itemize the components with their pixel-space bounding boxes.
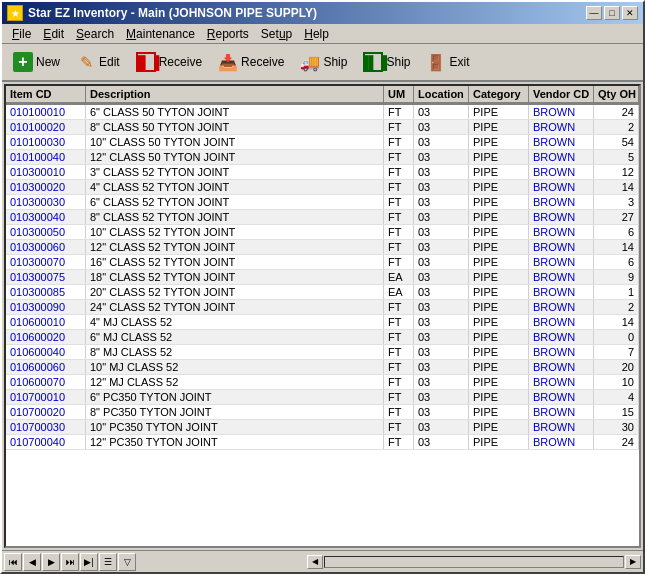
cell-item-cd: 010100020 (6, 120, 86, 134)
maximize-button[interactable]: □ (604, 6, 620, 20)
cell-vendor-cd: BROWN (529, 300, 594, 314)
minimize-button[interactable]: — (586, 6, 602, 20)
table-row[interactable]: 010300090 24" CLASS 52 TYTON JOINT FT 03… (6, 300, 639, 315)
edit-icon: ✎ (76, 52, 96, 72)
cell-item-cd: 010600040 (6, 345, 86, 359)
cell-qty-oh: 5 (594, 150, 639, 164)
cell-item-cd: 010600020 (6, 330, 86, 344)
nav-play-button[interactable]: ▶| (80, 553, 98, 571)
menu-help[interactable]: Help (298, 26, 335, 42)
table-row[interactable]: 010600070 12" MJ CLASS 52 FT 03 PIPE BRO… (6, 375, 639, 390)
cell-category: PIPE (469, 120, 529, 134)
cell-category: PIPE (469, 225, 529, 239)
table-row[interactable]: 010300085 20" CLASS 52 TYTON JOINT EA 03… (6, 285, 639, 300)
col-header-category[interactable]: Category (469, 86, 529, 104)
table-row[interactable]: 010300075 18" CLASS 52 TYTON JOINT EA 03… (6, 270, 639, 285)
cell-item-cd: 010700030 (6, 420, 86, 434)
title-bar-left: ★ Star EZ Inventory - Main (JOHNSON PIPE… (7, 5, 317, 21)
nav-first-button[interactable]: ⏮ (4, 553, 22, 571)
table-row[interactable]: 010700010 6" PC350 TYTON JOINT FT 03 PIP… (6, 390, 639, 405)
table-row[interactable]: 010100030 10" CLASS 50 TYTON JOINT FT 03… (6, 135, 639, 150)
cell-qty-oh: 24 (594, 435, 639, 449)
cell-qty-oh: 0 (594, 330, 639, 344)
menu-edit[interactable]: Edit (37, 26, 70, 42)
receive-text-icon: 📥 (218, 52, 238, 72)
menu-reports[interactable]: Reports (201, 26, 255, 42)
cell-vendor-cd: BROWN (529, 240, 594, 254)
cell-location: 03 (414, 210, 469, 224)
cell-category: PIPE (469, 390, 529, 404)
cell-category: PIPE (469, 375, 529, 389)
menu-setup[interactable]: Setup (255, 26, 298, 42)
table-row[interactable]: 010300020 4" CLASS 52 TYTON JOINT FT 03 … (6, 180, 639, 195)
table-row[interactable]: 010300070 16" CLASS 52 TYTON JOINT FT 03… (6, 255, 639, 270)
nav-last-button[interactable]: ⏭ (61, 553, 79, 571)
table-row[interactable]: 010300010 3" CLASS 52 TYTON JOINT FT 03 … (6, 165, 639, 180)
col-header-location[interactable]: Location (414, 86, 469, 104)
receive-text-button[interactable]: 📥 Receive (211, 48, 291, 76)
cell-vendor-cd: BROWN (529, 195, 594, 209)
receive-barcode-button[interactable]: ▐▌▐ Receive (129, 48, 209, 76)
cell-um: FT (384, 120, 414, 134)
table-row[interactable]: 010700040 12" PC350 TYTON JOINT FT 03 PI… (6, 435, 639, 450)
table-row[interactable]: 010700020 8" PC350 TYTON JOINT FT 03 PIP… (6, 405, 639, 420)
new-button[interactable]: + New (6, 48, 67, 76)
cell-vendor-cd: BROWN (529, 285, 594, 299)
edit-label: Edit (99, 55, 120, 69)
hscroll-right-button[interactable]: ▶ (625, 555, 641, 569)
col-header-vendor-cd[interactable]: Vendor CD (529, 86, 594, 104)
table-row[interactable]: 010300030 6" CLASS 52 TYTON JOINT FT 03 … (6, 195, 639, 210)
exit-button[interactable]: 🚪 Exit (419, 48, 476, 76)
hscroll-left-button[interactable]: ◀ (307, 555, 323, 569)
cell-category: PIPE (469, 105, 529, 119)
nav-filter-button[interactable]: ▽ (118, 553, 136, 571)
exit-label: Exit (449, 55, 469, 69)
menu-file[interactable]: File (6, 26, 37, 42)
table-row[interactable]: 010300050 10" CLASS 52 TYTON JOINT FT 03… (6, 225, 639, 240)
table-row[interactable]: 010300060 12" CLASS 52 TYTON JOINT FT 03… (6, 240, 639, 255)
cell-item-cd: 010300090 (6, 300, 86, 314)
cell-description: 16" CLASS 52 TYTON JOINT (86, 255, 384, 269)
menu-bar: File Edit Search Maintenance Reports Set… (2, 24, 643, 44)
cell-item-cd: 010600060 (6, 360, 86, 374)
col-header-qty-oh[interactable]: Qty OH (594, 86, 639, 104)
ship-barcode-button[interactable]: 🚚 Ship (293, 48, 354, 76)
cell-qty-oh: 10 (594, 375, 639, 389)
menu-search[interactable]: Search (70, 26, 120, 42)
cell-qty-oh: 14 (594, 315, 639, 329)
table-row[interactable]: 010600020 6" MJ CLASS 52 FT 03 PIPE BROW… (6, 330, 639, 345)
cell-category: PIPE (469, 435, 529, 449)
title-buttons: — □ ✕ (586, 6, 638, 20)
hscroll-track[interactable] (324, 556, 624, 568)
table-row[interactable]: 010700030 10" PC350 TYTON JOINT FT 03 PI… (6, 420, 639, 435)
cell-qty-oh: 20 (594, 360, 639, 374)
edit-button[interactable]: ✎ Edit (69, 48, 127, 76)
col-header-um[interactable]: UM (384, 86, 414, 104)
nav-next-button[interactable]: ▶ (42, 553, 60, 571)
table-row[interactable]: 010600010 4" MJ CLASS 52 FT 03 PIPE BROW… (6, 315, 639, 330)
cell-description: 12" CLASS 52 TYTON JOINT (86, 240, 384, 254)
table-row[interactable]: 010600060 10" MJ CLASS 52 FT 03 PIPE BRO… (6, 360, 639, 375)
nav-list-button[interactable]: ☰ (99, 553, 117, 571)
cell-category: PIPE (469, 195, 529, 209)
cell-um: FT (384, 345, 414, 359)
cell-um: FT (384, 300, 414, 314)
cell-vendor-cd: BROWN (529, 435, 594, 449)
ship-text-button[interactable]: ▐▌▐ Ship (356, 48, 417, 76)
table-row[interactable]: 010100020 8" CLASS 50 TYTON JOINT FT 03 … (6, 120, 639, 135)
cell-description: 6" CLASS 50 TYTON JOINT (86, 105, 384, 119)
menu-maintenance[interactable]: Maintenance (120, 26, 201, 42)
table-row[interactable]: 010600040 8" MJ CLASS 52 FT 03 PIPE BROW… (6, 345, 639, 360)
close-button[interactable]: ✕ (622, 6, 638, 20)
cell-vendor-cd: BROWN (529, 165, 594, 179)
col-header-item-cd[interactable]: Item CD (6, 86, 86, 104)
receive-barcode-icon: ▐▌▐ (136, 52, 156, 72)
col-header-description[interactable]: Description (86, 86, 384, 104)
table-row[interactable]: 010100040 12" CLASS 50 TYTON JOINT FT 03… (6, 150, 639, 165)
table-row[interactable]: 010100010 6" CLASS 50 TYTON JOINT FT 03 … (6, 105, 639, 120)
table-row[interactable]: 010300040 8" CLASS 52 TYTON JOINT FT 03 … (6, 210, 639, 225)
cell-um: FT (384, 390, 414, 404)
table-body[interactable]: 010100010 6" CLASS 50 TYTON JOINT FT 03 … (6, 105, 639, 546)
nav-prev-button[interactable]: ◀ (23, 553, 41, 571)
main-window: ★ Star EZ Inventory - Main (JOHNSON PIPE… (0, 0, 645, 574)
